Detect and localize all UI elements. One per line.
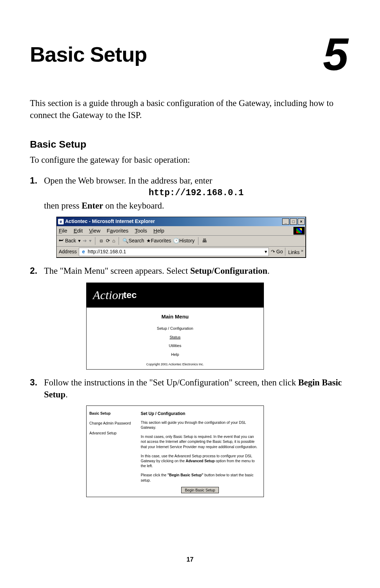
menu-file[interactable]: File — [59, 227, 67, 234]
step-2-c: . — [267, 266, 270, 276]
config-sidebar: Basic Setup Change Admin Password Advanc… — [87, 406, 138, 497]
address-dropdown-icon[interactable]: ▾ — [265, 248, 267, 255]
ie-titlebar: e Actiontec - Microsoft Internet Explore… — [57, 217, 305, 226]
maximize-button[interactable]: □ — [290, 218, 297, 225]
ie-throbber-icon — [293, 227, 305, 235]
close-button[interactable]: × — [298, 218, 305, 225]
section-lead: To configure the gateway for basic opera… — [30, 155, 348, 165]
mainmenu-copyright: Copyright 2001 Actiontec Electronics Inc… — [87, 362, 264, 366]
config-screenshot: Basic Setup Change Admin Password Advanc… — [86, 406, 264, 497]
stop-button[interactable]: ⦻ — [99, 237, 104, 244]
refresh-button[interactable]: ⟳ — [106, 237, 110, 244]
step-2: The "Main Menu" screen appears. Select S… — [30, 265, 348, 370]
forward-dropdown-icon[interactable]: ▾ — [89, 237, 91, 244]
step-2-b: Setup/Configuration — [190, 266, 267, 276]
address-label: Address — [59, 248, 77, 255]
search-button[interactable]: 🔍Search — [122, 237, 144, 244]
ie-menubar: File Edit View Favorites Tools Help — [57, 226, 305, 236]
config-p4: Please click the "Begin Basic Setup" but… — [141, 472, 259, 482]
section-heading: Basic Setup — [30, 139, 348, 150]
menu-edit[interactable]: Edit — [74, 227, 83, 234]
favorites-button[interactable]: ★Favorites — [146, 237, 171, 244]
step-3-a: Follow the instructions in the "Set Up/C… — [44, 378, 298, 387]
page-icon: e — [81, 249, 86, 255]
mainmenu-screenshot: Actiontec Main Menu Setup / Configuratio… — [86, 283, 264, 370]
config-p3: In this case, use the Advanced Setup pro… — [141, 453, 259, 469]
history-button[interactable]: 🕑History — [173, 237, 195, 244]
menu-favorites[interactable]: Favorites — [107, 227, 128, 234]
side-basic-setup[interactable]: Basic Setup — [89, 411, 135, 416]
step-1-line2c: on the keyboard. — [103, 201, 164, 210]
step-1: Open the Web browser. In the address bar… — [30, 175, 348, 258]
mainmenu-title: Main Menu — [87, 313, 264, 320]
ie-title-text: Actiontec - Microsoft Internet Explorer — [65, 218, 282, 225]
step-1-url: http://192.168.0.1 — [44, 187, 348, 199]
address-input[interactable]: e http://192.168.0.1 ▾ — [79, 248, 269, 256]
mainmenu-help-link[interactable]: Help — [87, 352, 264, 357]
chapter-header: Basic Setup 5 — [30, 42, 348, 73]
step-1-line1: Open the Web browser. In the address bar… — [44, 176, 212, 185]
chapter-title: Basic Setup — [30, 42, 147, 67]
page-number: 17 — [0, 556, 380, 563]
config-p2: In most cases, only Basic Setup is requi… — [141, 434, 259, 449]
step-3: Follow the instructions in the "Set Up/C… — [30, 377, 348, 497]
menu-view[interactable]: View — [89, 227, 100, 234]
address-value: http://192.168.0.1 — [88, 248, 126, 255]
actiontec-logo: Actiontec — [87, 283, 264, 308]
config-heading: Set Up / Configuration — [141, 411, 259, 416]
mainmenu-utilities-link[interactable]: Utilities — [87, 343, 264, 348]
home-button[interactable]: ⌂ — [112, 237, 115, 244]
print-button[interactable]: 🖶 — [202, 237, 207, 244]
menu-tools[interactable]: Tools — [135, 227, 147, 234]
minimize-button[interactable]: _ — [282, 218, 289, 225]
begin-basic-setup-button[interactable]: Begin Basic Setup — [181, 487, 219, 493]
go-button[interactable]: ↷Go — [271, 248, 283, 255]
step-3-c: . — [65, 390, 68, 399]
back-dropdown-icon[interactable]: ▾ — [78, 237, 81, 244]
menu-help[interactable]: Help — [153, 227, 164, 234]
chapter-intro: This section is a guide through a basic … — [30, 97, 348, 121]
step-1-enter: Enter — [82, 201, 103, 210]
forward-button[interactable]: ➔ — [83, 237, 87, 244]
links-button[interactable]: Links » — [285, 248, 303, 256]
ie-screenshot: e Actiontec - Microsoft Internet Explore… — [56, 217, 306, 258]
side-advanced-setup[interactable]: Advanced Setup — [89, 431, 135, 435]
mainmenu-setup-link[interactable]: Setup / Configuration — [87, 326, 264, 331]
side-change-password[interactable]: Change Admin Password — [89, 421, 135, 426]
ie-toolbar: ⮨ Back ▾ ➔ ▾ ⦻ ⟳ ⌂ 🔍Search ★Favorites 🕑H… — [57, 236, 305, 247]
config-main: Set Up / Configuration This section will… — [138, 406, 264, 497]
chapter-number: 5 — [323, 36, 348, 73]
back-button[interactable]: ⮨ Back — [59, 237, 76, 244]
step-1-line2a: then press — [44, 201, 82, 210]
ie-address-bar: Address e http://192.168.0.1 ▾ ↷Go Links… — [57, 247, 305, 257]
step-2-a: The "Main Menu" screen appears. Select — [44, 266, 190, 276]
config-p1: This section will guide you through the … — [141, 420, 259, 430]
mainmenu-status-link[interactable]: Status — [87, 335, 264, 340]
ie-logo-icon: e — [58, 219, 64, 224]
